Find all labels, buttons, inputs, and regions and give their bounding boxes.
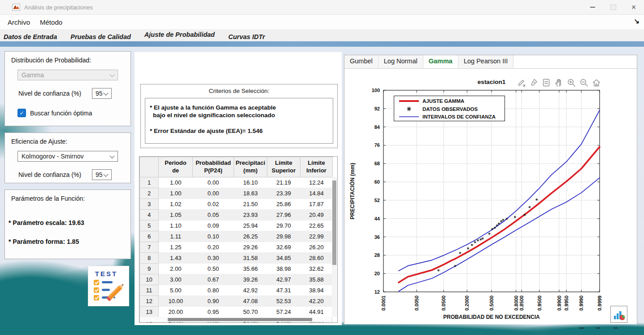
dist-tab-gumbel[interactable]: Gumbel xyxy=(344,55,379,68)
efficiency-confidence-combo[interactable]: 95 xyxy=(92,169,112,180)
table-cell[interactable]: 5.00 xyxy=(159,285,193,296)
table-cell[interactable]: 1.05 xyxy=(159,210,193,220)
table-cell[interactable]: 14.84 xyxy=(300,188,333,199)
table-cell[interactable]: 20.00 xyxy=(159,307,193,317)
row-number[interactable]: 8 xyxy=(140,253,159,264)
table-cell[interactable]: 35.88 xyxy=(300,274,333,285)
table-cell[interactable]: 28.60 xyxy=(300,253,333,264)
table-cell[interactable]: 42.97 xyxy=(267,274,300,285)
table-cell[interactable]: 1.00 xyxy=(159,188,193,199)
zoom-out-icon[interactable] xyxy=(579,77,589,88)
row-number[interactable]: 6 xyxy=(140,231,159,242)
maximize-button[interactable] xyxy=(603,0,623,14)
row-number[interactable]: 9 xyxy=(140,264,159,274)
row-number[interactable]: 13 xyxy=(140,307,159,317)
pan-icon[interactable] xyxy=(553,77,564,88)
table-cell[interactable]: 0.09 xyxy=(193,220,234,231)
menu-archivo[interactable]: Archivo xyxy=(3,17,35,28)
zoom-in-icon[interactable] xyxy=(566,77,576,88)
vertical-scrollbar[interactable] xyxy=(332,177,337,317)
menu-metodo[interactable]: Método xyxy=(35,17,67,28)
table-cell[interactable]: 0.00 xyxy=(193,177,234,188)
horizontal-scrollbar[interactable] xyxy=(140,317,331,322)
row-number[interactable]: 5 xyxy=(140,220,159,231)
table-cell[interactable]: 47.08 xyxy=(234,296,267,307)
table-cell[interactable]: 0.90 xyxy=(193,296,234,307)
table-cell[interactable]: 26.20 xyxy=(300,242,333,253)
table-cell[interactable]: 1.43 xyxy=(159,253,193,264)
row-number[interactable]: 10 xyxy=(140,274,159,285)
buscar-funcion-optima-checkbox[interactable]: ✓ xyxy=(17,109,26,117)
table-cell[interactable]: 35.66 xyxy=(234,264,267,274)
table-cell[interactable]: 42.20 xyxy=(300,296,333,307)
table-cell[interactable]: 1.11 xyxy=(159,231,193,242)
table-cell[interactable]: 0.95 xyxy=(193,307,234,317)
table-cell[interactable]: 0.67 xyxy=(193,274,234,285)
table-cell[interactable]: 44.91 xyxy=(300,307,333,317)
table-cell[interactable]: 32.62 xyxy=(300,264,333,274)
table-cell[interactable]: 42.92 xyxy=(234,285,267,296)
table-cell[interactable]: 50.70 xyxy=(234,307,267,317)
table-cell[interactable]: 52.53 xyxy=(267,296,300,307)
table-cell[interactable]: 38.98 xyxy=(267,264,300,274)
table-cell[interactable]: 29.70 xyxy=(267,220,300,231)
table-cell[interactable]: 0.80 xyxy=(193,285,234,296)
horizontal-scrollbar-thumb[interactable] xyxy=(168,318,312,321)
dist-tab-log-normal[interactable]: Log Normal xyxy=(379,55,423,68)
table-cell[interactable]: 0.50 xyxy=(193,264,234,274)
brush-icon[interactable] xyxy=(528,77,539,88)
tab-pruebas-de-calidad[interactable]: Pruebas de Calidad xyxy=(70,33,131,40)
row-number[interactable]: 2 xyxy=(140,188,159,199)
distribution-combo[interactable]: Gamma xyxy=(17,70,118,80)
row-number[interactable]: 12 xyxy=(140,296,159,307)
chart-button[interactable] xyxy=(610,306,627,323)
export-icon[interactable] xyxy=(516,77,526,88)
tab-datos-de-entrada[interactable]: Datos de Entrada xyxy=(4,33,57,40)
row-number[interactable]: 7 xyxy=(140,242,159,253)
table-cell[interactable]: 34.85 xyxy=(267,253,300,264)
table-cell[interactable]: 23.39 xyxy=(267,188,300,199)
table-cell[interactable]: 29.98 xyxy=(267,231,300,242)
table-cell[interactable]: 22.65 xyxy=(300,220,333,231)
dist-tab-gamma[interactable]: Gamma xyxy=(423,55,458,68)
table-cell[interactable]: 10.00 xyxy=(159,296,193,307)
table-cell[interactable]: 38.94 xyxy=(300,285,333,296)
home-icon[interactable] xyxy=(591,77,601,88)
row-number[interactable]: 1 xyxy=(140,177,159,188)
table-cell[interactable]: 16.10 xyxy=(234,177,267,188)
tab-curvas-idtr[interactable]: Curvas IDTr xyxy=(228,33,265,40)
close-button[interactable]: × xyxy=(623,0,644,14)
undock-arrow-icon[interactable]: ↘ xyxy=(634,17,640,25)
table-cell[interactable]: 25.94 xyxy=(234,220,267,231)
table-cell[interactable]: 17.87 xyxy=(300,199,333,210)
table-cell[interactable]: 1.02 xyxy=(159,199,193,210)
row-number[interactable]: 3 xyxy=(140,199,159,210)
row-number[interactable]: 4 xyxy=(140,210,159,220)
table-cell[interactable]: 22.99 xyxy=(300,231,333,242)
table-cell[interactable]: 0.00 xyxy=(193,188,234,199)
vertical-scrollbar-thumb[interactable] xyxy=(332,181,336,265)
table-cell[interactable]: 27.96 xyxy=(267,210,300,220)
table-cell[interactable]: 26.25 xyxy=(234,231,267,242)
table-cell[interactable]: 1.10 xyxy=(159,220,193,231)
table-cell[interactable]: 0.30 xyxy=(193,253,234,264)
table-cell[interactable]: 0.10 xyxy=(193,231,234,242)
table-cell[interactable]: 2.00 xyxy=(159,264,193,274)
table-cell[interactable]: 1.00 xyxy=(159,177,193,188)
table-cell[interactable]: 47.31 xyxy=(267,285,300,296)
table-cell[interactable]: 29.26 xyxy=(234,242,267,253)
table-cell[interactable]: 20.49 xyxy=(300,210,333,220)
efficiency-test-combo[interactable]: Kolmogorov - Smirnov xyxy=(17,151,118,162)
table-cell[interactable]: 21.19 xyxy=(267,177,300,188)
table-cell[interactable]: 25.86 xyxy=(267,199,300,210)
table-cell[interactable]: 0.02 xyxy=(193,199,234,210)
table-cell[interactable]: 1.25 xyxy=(159,242,193,253)
table-cell[interactable]: 31.58 xyxy=(234,253,267,264)
table-cell[interactable]: 57.24 xyxy=(267,307,300,317)
table-cell[interactable]: 23.93 xyxy=(234,210,267,220)
confidence-combo[interactable]: 95 xyxy=(92,88,112,99)
table-cell[interactable]: 12.24 xyxy=(300,177,333,188)
table-cell[interactable]: 3.00 xyxy=(159,274,193,285)
table-cell[interactable]: 0.05 xyxy=(193,210,234,220)
table-cell[interactable]: 0.20 xyxy=(193,242,234,253)
